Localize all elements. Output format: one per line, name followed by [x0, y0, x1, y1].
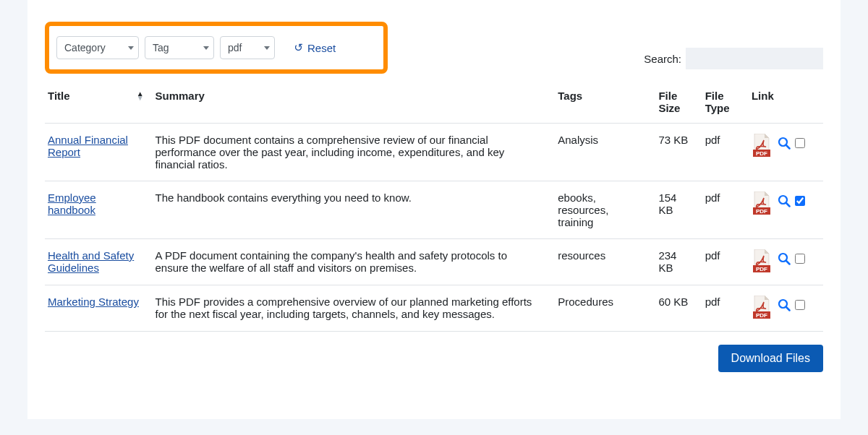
doc-type: pdf: [699, 181, 746, 239]
col-title[interactable]: Title ▲▼: [45, 82, 150, 124]
doc-summary: This PDF provides a comprehensive overvi…: [150, 285, 553, 332]
preview-icon[interactable]: [778, 137, 791, 152]
doc-title-link[interactable]: Health and Safety Guidelines: [48, 249, 134, 274]
pdf-file-icon[interactable]: PDF: [752, 134, 772, 159]
preview-icon[interactable]: [778, 298, 791, 314]
doc-type: pdf: [699, 239, 746, 285]
chevron-down-icon: [264, 46, 270, 50]
svg-line-11: [786, 261, 790, 264]
doc-size: 154 KB: [652, 181, 699, 239]
filetype-select-value: pdf: [228, 42, 242, 53]
reset-label: Reset: [307, 42, 336, 54]
doc-tags: Analysis: [552, 124, 652, 181]
download-button[interactable]: Download Files: [718, 345, 823, 372]
col-summary[interactable]: Summary: [150, 82, 553, 124]
doc-size: 60 KB: [652, 285, 699, 332]
documents-table: Title ▲▼ Summary Tags File Size File Typ…: [45, 82, 823, 332]
svg-line-15: [786, 307, 790, 311]
svg-text:PDF: PDF: [756, 266, 767, 272]
doc-type: pdf: [699, 285, 746, 332]
pdf-file-icon[interactable]: PDF: [752, 296, 772, 321]
table-row: Marketing StrategyThis PDF provides a co…: [45, 285, 823, 332]
search-label: Search:: [644, 53, 681, 65]
col-tags[interactable]: Tags: [552, 82, 652, 124]
doc-title-link[interactable]: Annual Financial Report: [48, 134, 128, 158]
category-select-value: Category: [64, 42, 106, 53]
reset-button[interactable]: ↻ Reset: [288, 38, 341, 57]
doc-type: pdf: [699, 124, 746, 181]
table-row: Annual Financial ReportThis PDF document…: [45, 124, 823, 181]
filetype-select[interactable]: pdf: [220, 36, 275, 59]
doc-size: 73 KB: [652, 124, 699, 181]
svg-line-7: [786, 203, 790, 207]
search-input[interactable]: [686, 48, 823, 69]
table-row: Health and Safety GuidelinesA PDF docume…: [45, 239, 823, 285]
col-link[interactable]: Link: [746, 82, 823, 124]
select-row-checkbox[interactable]: [795, 254, 805, 264]
col-type[interactable]: File Type: [699, 82, 746, 124]
undo-icon: ↻: [294, 41, 303, 54]
doc-tags: ebooks, resources, training: [552, 181, 652, 239]
filters-bar: Category Tag pdf ↻ Reset: [45, 22, 388, 74]
search-wrap: Search:: [644, 48, 823, 69]
preview-icon[interactable]: [778, 194, 791, 210]
svg-text:PDF: PDF: [756, 150, 767, 157]
doc-summary: The handbook contains everything you nee…: [150, 181, 553, 239]
doc-title-link[interactable]: Marketing Strategy: [48, 296, 139, 308]
chevron-down-icon: [203, 46, 209, 50]
doc-tags: resources: [552, 239, 652, 285]
tag-select-value: Tag: [153, 42, 169, 53]
svg-text:PDF: PDF: [756, 312, 767, 319]
doc-title-link[interactable]: Employee handbook: [48, 191, 96, 216]
tag-select[interactable]: Tag: [145, 36, 214, 59]
preview-icon[interactable]: [778, 252, 791, 267]
pdf-file-icon[interactable]: PDF: [752, 191, 772, 217]
svg-text:PDF: PDF: [756, 208, 767, 215]
category-select[interactable]: Category: [56, 36, 139, 59]
select-row-checkbox[interactable]: [795, 196, 805, 206]
svg-line-3: [786, 145, 790, 149]
doc-tags: Procedures: [552, 285, 652, 332]
select-row-checkbox[interactable]: [795, 138, 805, 148]
doc-summary: A PDF document containing the company's …: [150, 239, 553, 285]
doc-size: 234 KB: [652, 239, 699, 285]
table-row: Employee handbookThe handbook contains e…: [45, 181, 823, 239]
col-size[interactable]: File Size: [652, 82, 699, 124]
doc-summary: This PDF document contains a comprehensi…: [150, 124, 553, 181]
select-row-checkbox[interactable]: [795, 300, 805, 310]
pdf-file-icon[interactable]: PDF: [752, 249, 772, 275]
sort-icon: ▲▼: [137, 92, 144, 100]
chevron-down-icon: [128, 46, 134, 50]
